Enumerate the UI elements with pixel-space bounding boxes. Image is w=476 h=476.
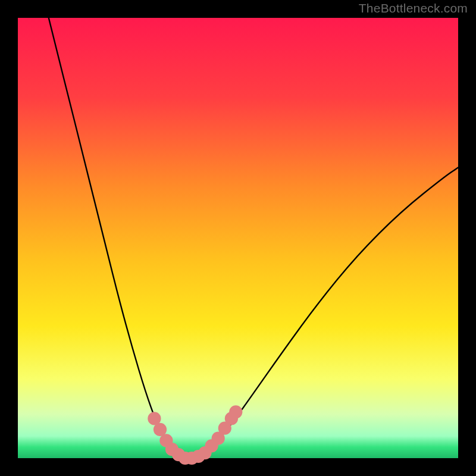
chart-frame: TheBottleneck.com — [0, 0, 476, 476]
bottleneck-chart — [0, 0, 476, 476]
watermark-text: TheBottleneck.com — [359, 1, 468, 15]
plot-background — [18, 18, 458, 458]
marker-point — [229, 405, 242, 418]
